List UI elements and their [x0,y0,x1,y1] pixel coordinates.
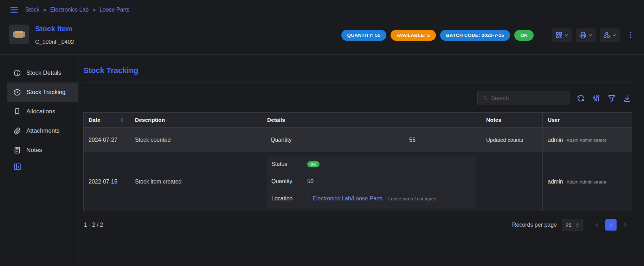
part-thumbnail[interactable] [9,25,29,44]
stock-item-page: Stock > Electronics Lab > Loose Parts St… [0,0,644,266]
bookmark-icon [13,108,21,115]
chevron-down-icon [564,33,569,38]
column-header-details: Details [262,113,481,128]
sidebar: Stock Details Stock Tracking Allocations… [0,55,78,266]
detail-key: Status [271,161,307,167]
location-link[interactable]: Electronics Lab/Loose Parts [313,195,382,202]
chevron-down-icon [588,33,593,38]
record-range: 1 - 2 / 2 [84,222,103,228]
column-header-notes: Notes [481,113,543,128]
search-box [477,91,569,105]
breadcrumb-loose-parts[interactable]: Loose Parts [99,7,129,13]
print-actions-button[interactable] [576,28,596,42]
info-icon [13,69,21,77]
previous-page-button[interactable] [591,219,603,231]
detail-row-status: Status OK [267,156,476,173]
location-description: Loose parts / cut tapes [388,196,437,201]
breadcrumb-separator: > [92,7,96,13]
details-sub-table: Status OK Quantity 50 Location [267,156,476,207]
records-per-page-label: Records per page [512,222,557,228]
cell-date: 2024-07-27 [84,128,130,152]
divider [83,82,631,82]
table-header-row: Date Description Details Notes User [84,113,632,128]
sidebar-item-label: Attachments [26,127,60,134]
user-fullname: Adam Administrator [567,138,606,143]
records-per-page-select[interactable]: 25 [562,219,583,231]
detail-key: Quantity [271,137,349,143]
sidebar-item-allocations[interactable]: Allocations [7,102,78,121]
cell-description: Stock counted [130,128,262,152]
section-heading: Stock Tracking [83,66,631,75]
stock-actions-button[interactable] [600,28,620,42]
page-title: Stock Item [35,25,74,33]
table-footer: 1 - 2 / 2 Records per page 25 1 [83,219,631,231]
selector-icon [575,222,580,228]
page-1-button[interactable]: 1 [605,219,617,231]
next-page-button[interactable] [619,219,631,231]
table-row[interactable]: 2024-07-27 Stock counted Quantity 55 Upd… [84,128,632,152]
sidebar-item-stock-details[interactable]: Stock Details [7,63,78,82]
detail-value: 50 [307,178,314,185]
breadcrumb-electronics-lab[interactable]: Electronics Lab [50,7,89,13]
username: admin [548,137,563,143]
capacitor-image [13,31,25,38]
sidebar-item-label: Stock Details [26,69,61,77]
sidebar-item-attachments[interactable]: Attachments [7,121,78,140]
search-icon [482,95,488,101]
batch-code-badge: BATCH CODE: 2022-7-15 [440,30,510,41]
filter-icon[interactable] [607,94,616,102]
column-header-description: Description [130,113,262,128]
top-bar: Stock > Electronics Lab > Loose Parts [0,0,644,20]
cell-date: 2022-07-15 [84,152,130,211]
sort-icon [120,118,125,122]
location-prefix: - [307,195,309,202]
cell-notes: Updated counts [481,128,543,152]
column-header-user: User [543,113,632,128]
cell-notes [481,152,543,211]
cell-details: Quantity 55 [262,128,481,152]
menu-icon[interactable] [9,5,19,15]
column-header-date[interactable]: Date [84,113,130,128]
sidebar-item-notes[interactable]: Notes [7,140,78,160]
cell-user: adminAdam Administrator [543,152,632,211]
sidebar-item-label: Allocations [26,108,55,115]
notes-icon [13,146,21,154]
title-block: Stock Item C_100nF_0402 [35,25,74,45]
records-per-page-value: 25 [566,222,572,228]
detail-value: 55 [349,137,476,143]
history-icon [13,88,21,96]
chevron-down-icon [612,33,617,38]
actions-group [552,28,635,42]
table-row[interactable]: 2022-07-15 Stock item created Status OK … [84,152,632,211]
ok-status-badge: OK [307,161,320,167]
table-toolbar [83,91,631,105]
breadcrumb-stock[interactable]: Stock [25,7,39,13]
cell-user: adminAdam Administrator [543,128,632,152]
content: Stock Details Stock Tracking Allocations… [0,55,644,266]
status-badge: OK [514,30,534,41]
paperclip-icon [13,127,21,135]
sidebar-item-stock-tracking[interactable]: Stock Tracking [7,82,78,102]
search-input[interactable] [491,95,565,101]
qrcode-icon [555,31,563,39]
sidebar-item-label: Notes [26,147,42,154]
more-options-icon[interactable] [626,31,635,39]
username: admin [548,179,563,185]
download-icon[interactable] [623,94,631,102]
refresh-icon[interactable] [577,94,585,102]
column-settings-icon[interactable] [592,94,600,102]
sidebar-collapse-icon[interactable] [7,162,78,171]
barcode-actions-button[interactable] [552,28,572,42]
breadcrumb-separator: > [43,7,46,13]
main-panel: Stock Tracking [78,55,644,266]
detail-row-quantity: Quantity 50 [267,173,476,190]
detail-key: Quantity [271,178,307,185]
available-badge: AVAILABLE: 5 [391,30,436,41]
cell-details: Status OK Quantity 50 Location [262,152,481,211]
stock-tracking-table: Date Description Details Notes User [83,112,632,211]
user-fullname: Adam Administrator [567,179,606,185]
breadcrumb: Stock > Electronics Lab > Loose Parts [25,7,129,13]
page-header: Stock Item C_100nF_0402 QUANTITY: 55 AVA… [0,20,644,55]
detail-row-location: Location - Electronics Lab/Loose Parts L… [267,190,476,207]
pagination: 1 [591,219,631,231]
